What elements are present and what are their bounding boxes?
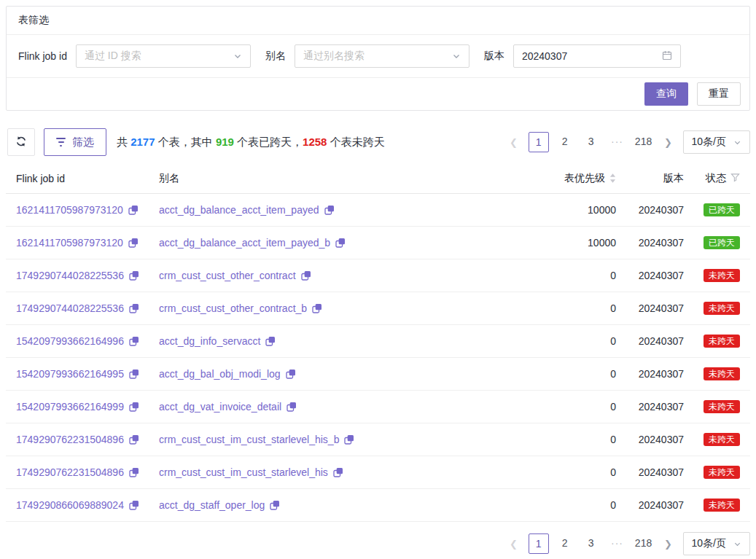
copy-icon[interactable]	[129, 303, 139, 313]
filter-toggle-button[interactable]: 筛选	[44, 128, 106, 156]
table-body: 1621411705987973120 acct_dg_balance_acct…	[6, 194, 750, 522]
next-page-icon[interactable]: ❯	[660, 539, 677, 550]
copy-icon[interactable]	[270, 500, 280, 510]
copy-icon[interactable]	[129, 467, 139, 477]
uncrossed-count: 1258	[303, 136, 327, 148]
priority-value: 0	[610, 368, 616, 380]
version-value: 20240307	[631, 335, 689, 347]
alias-link[interactable]: crm_cust_cust_im_cust_starlevel_his_b	[159, 434, 339, 445]
page-size-select[interactable]: 10条/页	[683, 532, 750, 555]
alias-link[interactable]: acct_dg_info_servacct	[159, 335, 260, 347]
header-priority[interactable]: 表优先级	[510, 172, 631, 185]
alias-link[interactable]: crm_cust_cust_im_cust_starlevel_his	[159, 466, 328, 478]
alias-link[interactable]: acct_dg_vat_invoice_detail	[159, 401, 281, 413]
status-badge: 未跨天	[704, 302, 740, 315]
alias-link[interactable]: acct_dg_balance_acct_item_payed_b	[159, 237, 330, 249]
bottom-pagination: ❮ 1 2 3 ··· 218 ❯ 10条/页	[505, 532, 750, 555]
page-button-3[interactable]: 3	[581, 533, 601, 554]
copy-icon[interactable]	[129, 402, 139, 412]
page-button-2[interactable]: 2	[555, 533, 575, 554]
copy-icon[interactable]	[128, 238, 139, 248]
next-page-icon[interactable]: ❯	[660, 137, 677, 148]
page-ellipsis[interactable]: ···	[607, 132, 628, 152]
prev-page-icon[interactable]: ❮	[505, 539, 523, 550]
table-header-row: Flink job id 别名 表优先级 版本 状态	[6, 163, 750, 194]
flink-job-id-link[interactable]: 1749290762231504896	[16, 466, 124, 478]
flink-job-id-link[interactable]: 1749290866069889024	[16, 499, 124, 511]
job-id-label: Flink job id	[18, 50, 67, 62]
page-size-select[interactable]: 10条/页	[683, 130, 750, 154]
header-version: 版本	[631, 172, 689, 185]
copy-icon[interactable]	[312, 303, 322, 313]
copy-icon[interactable]	[129, 500, 139, 510]
job-id-select[interactable]: 通过 ID 搜索	[76, 44, 251, 68]
page-button-last[interactable]: 218	[634, 132, 654, 152]
chevron-down-icon	[452, 52, 461, 60]
version-value: 20240307	[631, 302, 689, 314]
flink-job-id-link[interactable]: 1542097993662164999	[16, 401, 124, 413]
version-date-value: 20240307	[522, 50, 567, 62]
sort-icon[interactable]	[609, 173, 616, 183]
version-value: 20240307	[631, 237, 689, 249]
flink-job-id-link[interactable]: 1749290744028225536	[16, 270, 124, 281]
copy-icon[interactable]	[324, 205, 335, 215]
toolbar: 筛选 共 2177 个表，其中 919 个表已跨天，1258 个表未跨天 ❮ 1…	[6, 128, 750, 156]
copy-icon[interactable]	[301, 270, 311, 281]
table-row: 1621411705987973120 acct_dg_balance_acct…	[6, 194, 750, 227]
table-row: 1749290762231504896 crm_cust_cust_im_cus…	[6, 423, 750, 456]
version-value: 20240307	[631, 499, 689, 511]
page-ellipsis[interactable]: ···	[607, 533, 628, 554]
status-badge: 未跨天	[704, 269, 740, 282]
copy-icon[interactable]	[129, 336, 139, 346]
page-button-last[interactable]: 218	[634, 533, 654, 554]
refresh-icon	[15, 136, 27, 149]
page-size-value: 10条/页	[692, 136, 726, 149]
flink-job-id-link[interactable]: 1749290744028225536	[16, 302, 124, 314]
refresh-button[interactable]	[7, 128, 35, 156]
priority-value: 0	[610, 302, 616, 314]
alias-link[interactable]: acct_dg_staff_oper_log	[159, 499, 265, 511]
prev-page-icon[interactable]: ❮	[505, 137, 523, 148]
page-button-2[interactable]: 2	[555, 132, 575, 152]
page-button-1[interactable]: 1	[529, 533, 549, 554]
flink-job-id-link[interactable]: 1621411705987973120	[16, 237, 123, 249]
reset-button[interactable]: 重置	[697, 82, 741, 106]
alias-link[interactable]: crm_cust_cust_other_contract_b	[159, 302, 307, 314]
copy-icon[interactable]	[287, 402, 297, 412]
table-row: 1749290744028225536 crm_cust_cust_other_…	[6, 292, 750, 325]
copy-icon[interactable]	[286, 369, 296, 379]
alias-label: 别名	[265, 50, 286, 63]
table-row: 1621411705987973120 acct_dg_balance_acct…	[6, 227, 750, 259]
calendar-icon	[662, 50, 672, 63]
status-badge: 未跨天	[704, 400, 740, 413]
version-value: 20240307	[631, 401, 689, 413]
chevron-down-icon	[733, 138, 741, 146]
alias-link[interactable]: acct_dg_bal_obj_modi_log	[159, 368, 281, 380]
column-filter-icon[interactable]	[730, 173, 740, 184]
header-alias: 别名	[159, 172, 510, 185]
search-button[interactable]: 查询	[644, 82, 688, 106]
status-badge: 已跨天	[704, 203, 740, 216]
page-button-3[interactable]: 3	[581, 132, 601, 152]
copy-icon[interactable]	[128, 205, 139, 215]
alias-link[interactable]: crm_cust_cust_other_contract	[159, 270, 296, 281]
copy-icon[interactable]	[333, 467, 343, 477]
version-date-input[interactable]: 20240307	[513, 44, 681, 68]
flink-job-id-link[interactable]: 1749290762231504896	[16, 434, 124, 445]
copy-icon[interactable]	[265, 336, 276, 346]
alias-link[interactable]: acct_dg_balance_acct_item_payed	[159, 204, 319, 216]
copy-icon[interactable]	[344, 434, 354, 445]
copy-icon[interactable]	[129, 270, 139, 281]
table-row: 1542097993662164996 acct_dg_info_servacc…	[6, 325, 750, 358]
status-badge: 未跨天	[704, 433, 740, 446]
flink-job-id-link[interactable]: 1542097993662164995	[16, 368, 124, 380]
flink-job-id-link[interactable]: 1542097993662164996	[16, 335, 124, 347]
alias-select[interactable]: 通过别名搜索	[295, 44, 469, 68]
flink-job-id-link[interactable]: 1621411705987973120	[16, 204, 123, 216]
copy-icon[interactable]	[129, 369, 139, 379]
version-value: 20240307	[631, 466, 689, 478]
copy-icon[interactable]	[335, 238, 346, 248]
summary-text: 共 2177 个表，其中 919 个表已跨天，1258 个表未跨天	[117, 136, 385, 149]
page-button-1[interactable]: 1	[529, 132, 549, 152]
copy-icon[interactable]	[129, 434, 139, 445]
